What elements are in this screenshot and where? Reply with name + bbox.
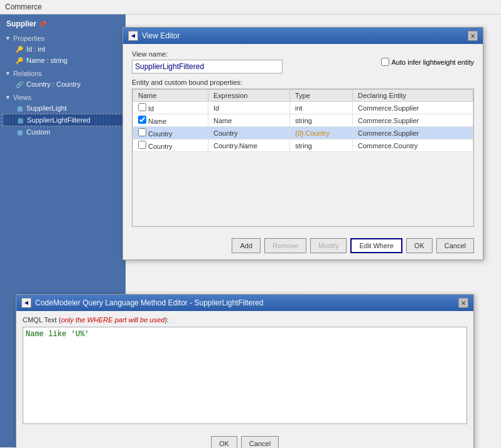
- properties-header: ▼ Properties: [3, 33, 123, 43]
- tree-item-supplierlightfiltered-label: SupplierLightFiltered: [27, 116, 90, 124]
- tree-item-supplierlightfiltered[interactable]: ▦ SupplierLightFiltered: [3, 114, 123, 126]
- cmql-title: CodeModeler Query Language Method Editor…: [35, 298, 264, 307]
- auto-infer-container: Auto infer lightweight entity: [381, 58, 474, 66]
- row-0-checkbox[interactable]: [138, 103, 146, 111]
- app-titlebar: Commerce: [0, 0, 501, 14]
- view-name-input[interactable]: [132, 60, 283, 74]
- views-section: ▼ Views ▦ SupplierLight ▦ SupplierLightF…: [3, 92, 123, 138]
- views-header: ▼ Views: [3, 92, 123, 102]
- tree-item-id[interactable]: 🔑 Id : int: [3, 43, 123, 55]
- header-left: View name:: [132, 50, 283, 74]
- view-icon-supplierlight: ▦: [15, 104, 24, 112]
- properties-table: Name Expression Type Declaring Entity Id…: [132, 89, 473, 152]
- tree-header: Supplier 📌: [3, 17, 123, 31]
- main-area: Supplier 📌 ▼ Properties 🔑 Id : int 🔑 Nam…: [0, 14, 501, 447]
- expand-relations: ▼: [5, 70, 11, 77]
- row-2-name: Country: [146, 130, 173, 138]
- modify-button[interactable]: Modify: [310, 238, 347, 253]
- row-2-checkbox[interactable]: [138, 128, 146, 136]
- back-arrow-icon[interactable]: ◄: [128, 31, 138, 41]
- cmql-buttons: OK Cancel: [16, 431, 473, 448]
- table-row[interactable]: CountryCountry{0}.CountryCommerce.Suppli…: [133, 127, 473, 139]
- key-icon-id: 🔑: [15, 45, 24, 53]
- ok-button[interactable]: OK: [406, 238, 433, 253]
- cmql-ok-button[interactable]: OK: [211, 436, 237, 448]
- dialog-titlebar-left: ◄ View Editor: [128, 31, 180, 41]
- cmql-titlebar: ◄ CodeModeler Query Language Method Edit…: [16, 295, 473, 311]
- row-1-expression: Name: [208, 114, 290, 127]
- cmql-content: CMQL Text (only the WHERE part will be u…: [16, 311, 473, 431]
- remove-button[interactable]: Remove: [264, 238, 306, 253]
- cancel-button[interactable]: Cancel: [436, 238, 474, 253]
- row-3-expression: Country.Name: [208, 139, 290, 152]
- view-editor-dialog: ◄ View Editor ✕ View name: Auto infer li…: [122, 27, 483, 260]
- cmql-label: CMQL Text (only the WHERE part will be u…: [23, 316, 467, 324]
- row-0-declaring: Commerce.Supplier: [353, 102, 473, 114]
- cmql-textarea[interactable]: Name like 'U%': [23, 327, 467, 424]
- dialog-titlebar: ◄ View Editor ✕: [123, 28, 483, 44]
- auto-infer-label: Auto infer lightweight entity: [392, 58, 474, 66]
- auto-infer-checkbox[interactable]: [381, 58, 389, 66]
- key-icon-name: 🔑: [15, 56, 24, 65]
- row-0-name: Id: [146, 105, 154, 112]
- col-header-type: Type: [290, 90, 353, 102]
- relations-header: ▼ Relations: [3, 68, 123, 79]
- properties-section: ▼ Properties 🔑 Id : int 🔑 Name : string: [3, 33, 123, 66]
- dialog-content: View name: Auto infer lightweight entity…: [123, 44, 483, 233]
- tree-item-custom-label: Custom: [26, 128, 50, 136]
- tree-item-custom[interactable]: ▦ Custom: [3, 126, 123, 138]
- tree-title: Supplier: [6, 19, 36, 28]
- table-row[interactable]: IdIdintCommerce.Supplier: [133, 102, 473, 114]
- col-header-name: Name: [133, 90, 208, 102]
- cmql-titlebar-left: ◄ CodeModeler Query Language Method Edit…: [21, 298, 264, 308]
- relations-label: Relations: [13, 70, 42, 77]
- row-1-checkbox[interactable]: [138, 116, 146, 124]
- cmql-cancel-button[interactable]: Cancel: [241, 436, 279, 448]
- col-header-declaring: Declaring Entity: [353, 90, 473, 102]
- tree-item-supplierlight[interactable]: ▦ SupplierLight: [3, 102, 123, 114]
- tree-item-country-label: Country : Country: [26, 80, 80, 88]
- tree-item-country[interactable]: 🔗 Country : Country: [3, 79, 123, 90]
- row-3-check-cell: Country: [133, 139, 208, 152]
- pin-icon: 📌: [39, 21, 46, 28]
- dialog-close-button[interactable]: ✕: [468, 31, 478, 41]
- tree-item-id-label: Id : int: [26, 45, 45, 53]
- view-icon-supplierlightfiltered: ▦: [16, 116, 24, 124]
- row-2-type: {0}.Country: [290, 127, 353, 139]
- row-2-expression: Country: [208, 127, 290, 139]
- header-row: View name: Auto infer lightweight entity: [132, 50, 474, 74]
- tree-item-name-label: Name : string: [26, 57, 67, 64]
- row-1-declaring: Commerce.Supplier: [353, 114, 473, 127]
- textarea-wrapper: Name like 'U%': [23, 327, 467, 426]
- tree-item-supplierlight-label: SupplierLight: [26, 104, 67, 112]
- properties-label: Properties: [13, 35, 45, 42]
- app-title: Commerce: [5, 3, 42, 11]
- table-wrapper: Name Expression Type Declaring Entity Id…: [132, 89, 474, 227]
- entity-section-label: Entity and custom bound properties:: [132, 79, 474, 86]
- view-name-label: View name:: [132, 50, 283, 58]
- cmql-dialog: ◄ CodeModeler Query Language Method Edit…: [16, 294, 474, 448]
- tree-item-name[interactable]: 🔑 Name : string: [3, 55, 123, 66]
- row-1-name: Name: [146, 117, 166, 125]
- view-icon-custom: ▦: [15, 128, 24, 136]
- cmql-back-arrow-icon[interactable]: ◄: [21, 298, 31, 308]
- views-label: Views: [13, 94, 31, 101]
- row-2-declaring: Commerce.Supplier: [353, 127, 473, 139]
- cmql-close-button[interactable]: ✕: [458, 298, 468, 308]
- table-row[interactable]: NameNamestringCommerce.Supplier: [133, 114, 473, 127]
- dialog-buttons: Add Remove Modify Edit Where OK Cancel: [123, 233, 483, 260]
- row-0-check-cell: Id: [133, 102, 208, 114]
- row-1-check-cell: Name: [133, 114, 208, 127]
- edit-where-button[interactable]: Edit Where: [350, 238, 402, 253]
- row-3-checkbox[interactable]: [138, 141, 146, 149]
- add-button[interactable]: Add: [232, 238, 261, 253]
- row-0-expression: Id: [208, 102, 290, 114]
- expand-properties: ▼: [5, 35, 11, 41]
- row-1-type: string: [290, 114, 353, 127]
- row-3-declaring: Commerce.Country: [353, 139, 473, 152]
- cmql-label-italic: only the WHERE part will be used: [61, 316, 164, 324]
- row-3-type: string: [290, 139, 353, 152]
- table-row[interactable]: CountryCountry.NamestringCommerce.Countr…: [133, 139, 473, 152]
- row-0-type: int: [290, 102, 353, 114]
- expand-views: ▼: [5, 94, 11, 101]
